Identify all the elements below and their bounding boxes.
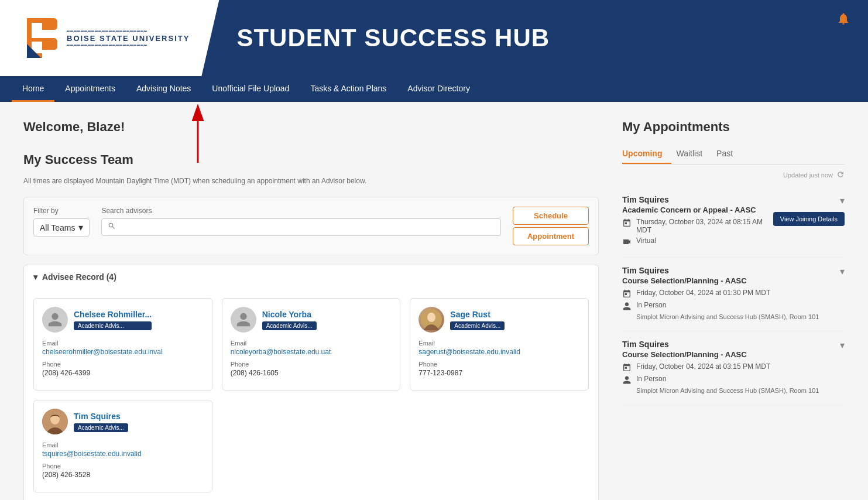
bell-icon[interactable]	[836, 12, 850, 28]
nav-item-advising-notes[interactable]: Advising Notes	[126, 76, 201, 102]
chevron-down-icon: ▾	[78, 222, 83, 233]
nav-item-appointments[interactable]: Appointments	[54, 76, 126, 102]
advisor-badge-2: Academic Advis...	[450, 321, 505, 330]
advisor-name-3[interactable]: Tim Squires	[74, 412, 128, 421]
advisor-info: Chelsee Rohmiller... Academic Advis...	[74, 310, 152, 330]
dropdown-icon-0[interactable]: ▾	[840, 195, 845, 206]
apt-date-row-1: Friday, October 04, 2024 at 01:30 PM MDT	[622, 289, 819, 299]
advisee-header-text: Advisee Record (4)	[42, 272, 116, 282]
apt-card-header: Tim Squires Course Selection/Planning - …	[622, 266, 845, 323]
search-input[interactable]	[119, 222, 495, 232]
advisor-email-2[interactable]: sagerust@boisestate.edu.invalid	[418, 348, 580, 356]
advisee-section: ▾ Advisee Record (4) Chelsee Rohmiller..…	[23, 265, 599, 500]
apt-modality-row-2: In Person	[622, 375, 819, 385]
advisor-phone-2: 777-123-0987	[418, 369, 580, 377]
advisor-email-row-0: Email chelseerohmiller@boisestate.edu.in…	[42, 340, 204, 356]
nav-item-tasks[interactable]: Tasks & Action Plans	[300, 76, 397, 102]
apt-location-2: Simplot Micron Advising and Success Hub …	[636, 387, 819, 394]
filter-row: Filter by All Teams ▾ Search advisors Sc…	[23, 197, 599, 255]
appointments-title: My Appointments	[622, 119, 845, 135]
advisor-name-1[interactable]: Nicole Yorba	[262, 310, 317, 319]
success-team-title: My Success Team	[23, 152, 599, 167]
person-placeholder-icon	[235, 311, 252, 328]
apt-date-row-2: Friday, October 04, 2024 at 03:15 PM MDT	[622, 362, 819, 372]
bsu-logo-icon	[23, 18, 57, 58]
view-joining-btn-0[interactable]: View Joining Details	[773, 212, 845, 226]
advisor-badge-3: Academic Advis...	[74, 423, 128, 432]
advisor-phone-row-3: Phone (208) 426-3528	[42, 463, 204, 479]
advisor-badge-1: Academic Advis...	[262, 321, 317, 330]
advisor-card-header: Tim Squires Academic Advis...	[42, 409, 204, 434]
advisor-card: Sage Rust Academic Advis... Email sageru…	[410, 298, 589, 391]
avatar	[42, 409, 68, 434]
apt-type-2: Course Selection/Planning - AASC	[622, 350, 819, 359]
nav-item-home[interactable]: Home	[12, 76, 54, 102]
advisor-name-2[interactable]: Sage Rust	[450, 310, 505, 319]
left-panel: Welcome, Blaze! My Success Team All time…	[23, 119, 599, 500]
apt-card-header: Tim Squires Academic Concern or Appeal -…	[622, 195, 845, 249]
advisor-phone-3: (208) 426-3528	[42, 471, 204, 479]
apt-advisor-name-2: Tim Squires	[622, 340, 819, 349]
welcome-text: Welcome, Blaze!	[23, 119, 599, 135]
header: ━━━━━━━━━━━━━━━━━━━━━━━ BOISE STATE UNIV…	[0, 0, 868, 76]
tab-upcoming[interactable]: Upcoming	[622, 144, 671, 164]
search-group: Search advisors	[101, 207, 501, 236]
refresh-icon[interactable]	[836, 170, 845, 180]
apt-left: Tim Squires Course Selection/Planning - …	[622, 266, 819, 323]
main-content: Welcome, Blaze! My Success Team All time…	[0, 102, 868, 500]
advisor-email-1[interactable]: nicoleyorba@boisestate.edu.uat	[231, 348, 392, 356]
nav-item-file-upload[interactable]: Unofficial File Upload	[201, 76, 300, 102]
appointment-card-1: Tim Squires Course Selection/Planning - …	[622, 258, 845, 331]
advisor-phone-row-0: Phone (208) 426-4399	[42, 361, 204, 377]
advisor-name-0[interactable]: Chelsee Rohmiller...	[74, 310, 152, 319]
apt-date-0: Thursday, October 03, 2024 at 08:15 AM M…	[636, 218, 773, 234]
hub-title: STUDENT SUCCESS HUB	[225, 24, 550, 52]
apt-modality-row-1: In Person	[622, 301, 819, 311]
tab-waitlist[interactable]: Waitlist	[676, 144, 712, 164]
filter-select[interactable]: All Teams ▾	[33, 218, 90, 237]
dropdown-icon-2[interactable]: ▾	[840, 340, 845, 351]
advisor-info: Tim Squires Academic Advis...	[74, 412, 128, 432]
hub-title-area: STUDENT SUCCESS HUB	[201, 0, 868, 76]
avatar	[231, 307, 256, 333]
apt-location-1: Simplot Micron Advising and Success Hub …	[636, 313, 819, 320]
advisor-email-0[interactable]: chelseerohmiller@boisestate.edu.inval	[42, 348, 204, 356]
apt-modality-1: In Person	[636, 301, 666, 309]
apt-type-1: Course Selection/Planning - AASC	[622, 276, 819, 285]
filter-group: Filter by All Teams ▾	[33, 207, 90, 237]
apt-date-1: Friday, October 04, 2024 at 01:30 PM MDT	[636, 289, 770, 297]
apt-date-row-0: Thursday, October 03, 2024 at 08:15 AM M…	[622, 218, 773, 234]
appointment-card-0: Tim Squires Academic Concern or Appeal -…	[622, 187, 845, 258]
advisor-phone-1: (208) 426-1605	[231, 369, 392, 377]
bell-svg	[836, 12, 850, 26]
advisor-info: Sage Rust Academic Advis...	[450, 310, 505, 330]
avatar	[418, 307, 444, 333]
right-panel: My Appointments Upcoming Waitlist Past U…	[622, 119, 845, 500]
person-icon	[622, 375, 632, 385]
apt-type-0: Academic Concern or Appeal - AASC	[622, 206, 773, 214]
apt-tabs: Upcoming Waitlist Past	[622, 144, 845, 165]
advisee-header[interactable]: ▾ Advisee Record (4)	[24, 265, 598, 289]
appointment-button[interactable]: Appointment	[513, 227, 589, 245]
apt-modality-2: In Person	[636, 375, 666, 383]
filter-by-label: Filter by	[33, 207, 90, 215]
nav-item-advisor-directory[interactable]: Advisor Directory	[397, 76, 481, 102]
dropdown-icon-1[interactable]: ▾	[840, 266, 845, 277]
nav-bar: Home Appointments Advising Notes Unoffic…	[0, 76, 868, 102]
timezone-note: All times are displayed Mountain Dayligh…	[23, 177, 599, 185]
tab-past[interactable]: Past	[716, 144, 742, 164]
schedule-button[interactable]: Schedule	[513, 207, 589, 225]
filter-value: All Teams	[40, 223, 75, 232]
updated-text: Updated just now	[783, 172, 833, 179]
university-name-text: ━━━━━━━━━━━━━━━━━━━━━━━ BOISE STATE UNIV…	[67, 29, 190, 48]
advisor-phone-row-2: Phone 777-123-0987	[418, 361, 580, 377]
advisor-card-header: Chelsee Rohmiller... Academic Advis...	[42, 307, 204, 333]
apt-location-row-2: Simplot Micron Advising and Success Hub …	[622, 387, 819, 394]
advisor-email-row-3: Email tsquires@boisestate.edu.invalid	[42, 441, 204, 458]
search-input-wrap	[101, 218, 501, 236]
calendar-icon	[622, 218, 632, 228]
advisor-card: Tim Squires Academic Advis... Email tsqu…	[33, 400, 212, 492]
university-name: BOISE STATE UNIVERSITY	[67, 34, 190, 43]
advisor-card-header: Sage Rust Academic Advis...	[418, 307, 580, 333]
advisor-email-3[interactable]: tsquires@boisestate.edu.invalid	[42, 450, 204, 458]
